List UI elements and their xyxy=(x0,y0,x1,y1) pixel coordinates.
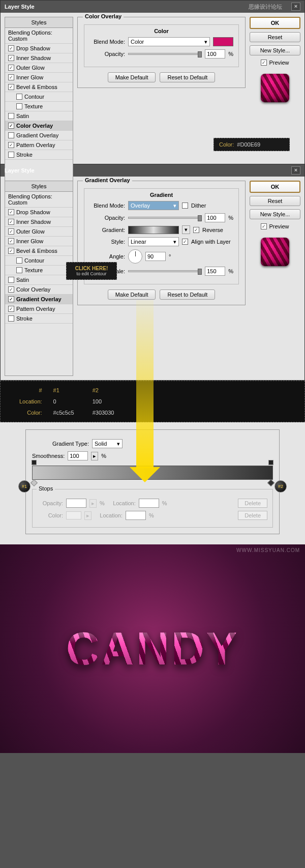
style-row[interactable]: Bevel & Emboss xyxy=(5,82,73,92)
panel-subtitle: Color xyxy=(152,28,171,34)
ok-button[interactable]: OK xyxy=(250,181,300,193)
checkbox[interactable] xyxy=(8,45,14,51)
style-row[interactable]: Bevel & Emboss xyxy=(5,246,73,256)
style-row[interactable]: Stroke xyxy=(5,150,73,160)
checkbox[interactable] xyxy=(8,219,14,225)
style-row[interactable]: Pattern Overlay xyxy=(5,140,73,150)
checkbox[interactable] xyxy=(8,238,14,244)
checkbox[interactable] xyxy=(16,257,22,264)
style-row[interactable]: Outer Glow xyxy=(5,227,73,237)
style-row[interactable]: Satin xyxy=(5,111,73,121)
scale-input[interactable] xyxy=(205,267,225,276)
blending-options-row[interactable]: Blending Options: Custom xyxy=(5,28,73,44)
new-style-button[interactable]: New Style... xyxy=(250,209,300,219)
style-row[interactable]: Gradient Overlay xyxy=(5,131,73,140)
opacity-input[interactable] xyxy=(205,213,225,222)
checkbox[interactable] xyxy=(8,277,14,283)
make-default-button[interactable]: Make Default xyxy=(108,72,156,82)
opacity-slider[interactable] xyxy=(128,53,202,55)
style-row[interactable]: Texture xyxy=(5,102,73,111)
checkbox[interactable] xyxy=(8,286,14,293)
gradient-preview[interactable] xyxy=(128,226,179,234)
style-row[interactable]: Drop Shadow xyxy=(5,44,73,53)
checkbox[interactable] xyxy=(8,209,14,215)
color-tooltip: Color: #D00E69 xyxy=(214,138,290,151)
opacity-input[interactable] xyxy=(205,49,225,59)
style-row[interactable]: Drop Shadow xyxy=(5,208,73,217)
style-row[interactable]: Color Overlay xyxy=(5,285,73,295)
preview-checkbox[interactable] xyxy=(261,60,267,66)
checkbox[interactable] xyxy=(8,306,14,312)
checkbox[interactable] xyxy=(8,132,14,138)
reset-default-button[interactable]: Reset to Default xyxy=(160,290,215,300)
opacity-slider[interactable] xyxy=(128,217,202,219)
close-button[interactable]: × xyxy=(291,166,300,175)
checkbox[interactable] xyxy=(16,267,22,273)
checkbox[interactable] xyxy=(8,228,14,235)
checkbox[interactable] xyxy=(8,123,14,129)
chevron-down-icon[interactable]: ▾ xyxy=(182,225,190,234)
checkbox[interactable] xyxy=(8,84,14,90)
style-row[interactable]: Contour xyxy=(5,256,73,266)
dither-checkbox[interactable] xyxy=(182,202,188,209)
chevron-right-icon[interactable]: ▸ xyxy=(91,452,98,460)
style-row[interactable]: Inner Glow xyxy=(5,237,73,246)
reset-default-button[interactable]: Reset to Default xyxy=(160,72,215,82)
checkbox[interactable] xyxy=(8,55,14,61)
checkbox[interactable] xyxy=(16,94,22,100)
checkbox[interactable] xyxy=(16,103,22,109)
gradient-type-select[interactable]: Solid▾ xyxy=(92,439,123,448)
style-row[interactable]: Pattern Overlay xyxy=(5,304,73,314)
ok-button[interactable]: OK xyxy=(250,17,300,29)
close-button[interactable]: × xyxy=(291,3,300,11)
style-row[interactable]: Inner Shadow xyxy=(5,217,73,227)
checkbox[interactable] xyxy=(8,74,14,80)
opacity-label: Opacity: xyxy=(89,51,125,57)
result-preview: WWW.MISSYUAN.COM CANDY xyxy=(0,544,305,753)
make-default-button[interactable]: Make Default xyxy=(108,290,156,300)
align-checkbox[interactable] xyxy=(182,239,188,245)
scale-slider[interactable] xyxy=(128,270,202,272)
color-stop[interactable] xyxy=(267,479,274,486)
angle-dial[interactable] xyxy=(128,249,142,264)
watermark-cn: 思缘设计论坛 xyxy=(249,3,282,11)
chevron-down-icon: ▾ xyxy=(173,202,176,209)
color-swatch[interactable] xyxy=(213,37,233,46)
checkbox[interactable] xyxy=(8,65,14,71)
styles-header[interactable]: Styles xyxy=(5,181,73,192)
checkbox[interactable] xyxy=(8,296,14,302)
smoothness-input[interactable] xyxy=(68,451,88,460)
styles-panel: Styles Blending Options: Custom Drop Sha… xyxy=(5,181,73,376)
style-row[interactable]: Stroke xyxy=(5,314,73,324)
style-row-selected[interactable]: Gradient Overlay xyxy=(5,295,73,304)
reset-button[interactable]: Reset xyxy=(250,196,300,206)
style-row[interactable]: Outer Glow xyxy=(5,63,73,73)
blend-mode-select[interactable]: Overlay▾ xyxy=(128,201,179,210)
preview-checkbox[interactable] xyxy=(261,223,267,229)
style-row[interactable]: Inner Glow xyxy=(5,73,73,82)
style-row-selected[interactable]: Color Overlay xyxy=(5,121,73,131)
checkbox[interactable] xyxy=(8,142,14,148)
style-select[interactable]: Linear▾ xyxy=(128,237,179,246)
arrow-annotation xyxy=(136,300,154,468)
styles-header[interactable]: Styles xyxy=(5,17,73,28)
delete-button: Delete xyxy=(238,499,267,508)
style-row[interactable]: Texture xyxy=(5,266,73,275)
style-row[interactable]: Satin xyxy=(5,275,73,285)
blending-options-row[interactable]: Blending Options: Custom xyxy=(5,192,73,208)
reset-button[interactable]: Reset xyxy=(250,32,300,42)
click-here-tooltip: CLICK HERE! to edit Contour xyxy=(66,262,117,280)
reverse-checkbox[interactable] xyxy=(193,227,199,233)
checkbox[interactable] xyxy=(8,113,14,119)
opacity-stop[interactable] xyxy=(268,460,273,465)
opacity-stop[interactable] xyxy=(32,460,37,465)
blend-mode-select[interactable]: Color▾ xyxy=(128,37,210,46)
style-row[interactable]: Inner Shadow xyxy=(5,53,73,63)
angle-input[interactable] xyxy=(145,252,166,261)
style-row[interactable]: Contour xyxy=(5,92,73,102)
delete-button: Delete xyxy=(238,511,267,520)
checkbox[interactable] xyxy=(8,315,14,322)
new-style-button[interactable]: New Style... xyxy=(250,45,300,55)
checkbox[interactable] xyxy=(8,152,14,158)
checkbox[interactable] xyxy=(8,248,14,254)
